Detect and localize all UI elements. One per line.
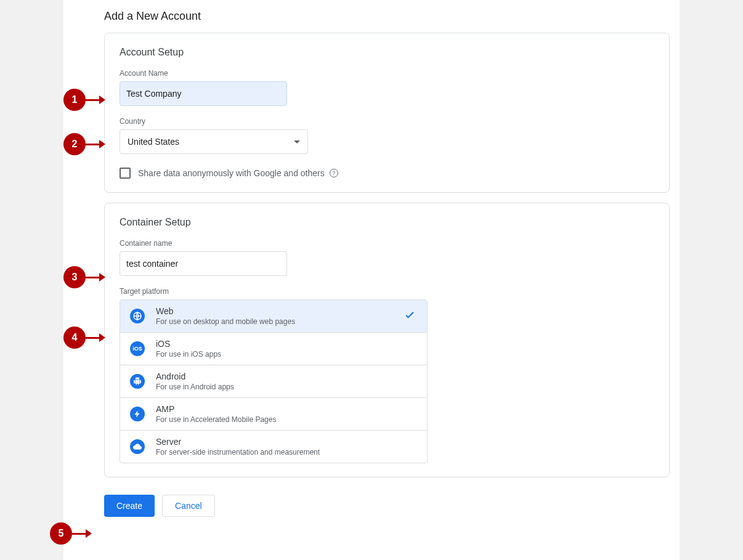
- account-setup-heading: Account Setup: [120, 47, 654, 58]
- platform-name: Web: [156, 306, 295, 316]
- page-title: Add a New Account: [63, 0, 680, 33]
- container-setup-card: Container Setup Container name Target pl…: [104, 203, 670, 477]
- platform-name: AMP: [156, 404, 276, 414]
- platform-desc: For use in Android apps: [156, 383, 234, 391]
- check-icon: [404, 309, 416, 323]
- create-button[interactable]: Create: [104, 495, 155, 517]
- android-icon: [130, 374, 145, 389]
- share-data-label: Share data anonymously with Google and o…: [138, 168, 325, 178]
- annotation-marker-2: 2: [63, 133, 105, 155]
- chevron-down-icon: [294, 140, 300, 144]
- annotation-marker-4: 4: [63, 327, 105, 349]
- container-name-input[interactable]: [120, 251, 287, 276]
- platform-item-amp[interactable]: AMP For use in Accelerated Mobile Pages: [120, 398, 427, 431]
- amp-icon: [130, 407, 145, 421]
- cancel-button[interactable]: Cancel: [162, 495, 215, 517]
- platform-item-web[interactable]: Web For use on desktop and mobile web pa…: [120, 300, 427, 333]
- platform-name: Android: [156, 371, 234, 381]
- server-icon: [130, 439, 145, 454]
- platform-desc: For server-side instrumentation and meas…: [156, 448, 320, 457]
- platform-name: iOS: [156, 339, 221, 349]
- container-name-label: Container name: [120, 239, 654, 248]
- platform-list: Web For use on desktop and mobile web pa…: [120, 299, 428, 463]
- platform-name: Server: [156, 437, 320, 447]
- ios-icon: iOS: [130, 341, 145, 356]
- share-data-checkbox[interactable]: [120, 168, 131, 179]
- globe-icon: [130, 309, 145, 323]
- platform-desc: For use on desktop and mobile web pages: [156, 317, 295, 326]
- account-name-label: Account Name: [120, 69, 654, 78]
- target-platform-label: Target platform: [120, 287, 654, 296]
- annotation-marker-3: 3: [63, 266, 105, 288]
- platform-item-server[interactable]: Server For server-side instrumentation a…: [120, 431, 427, 463]
- annotation-marker-1: 1: [63, 89, 105, 111]
- country-select-value: United States: [128, 137, 179, 147]
- country-label: Country: [120, 117, 654, 126]
- container-setup-heading: Container Setup: [120, 217, 654, 228]
- platform-item-android[interactable]: Android For use in Android apps: [120, 365, 427, 398]
- country-select[interactable]: United States: [120, 129, 308, 154]
- account-setup-card: Account Setup Account Name Country Unite…: [104, 33, 670, 193]
- platform-item-ios[interactable]: iOS iOS For use in iOS apps: [120, 333, 427, 365]
- annotation-marker-5: 5: [50, 522, 92, 545]
- account-name-input[interactable]: [120, 81, 287, 106]
- platform-desc: For use in iOS apps: [156, 350, 221, 359]
- help-icon[interactable]: ?: [330, 169, 338, 177]
- platform-desc: For use in Accelerated Mobile Pages: [156, 415, 276, 424]
